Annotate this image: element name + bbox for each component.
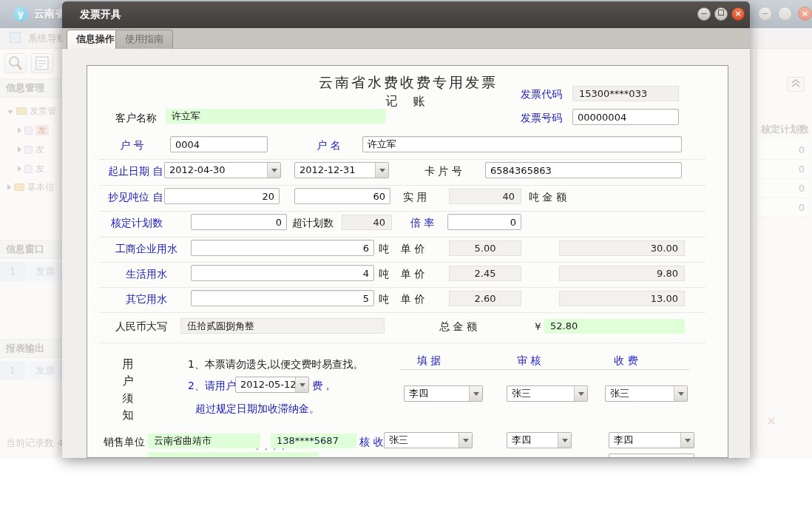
card-no-input[interactable] <box>485 162 682 178</box>
date-to-select[interactable]: 2012-12-31 <box>294 162 389 178</box>
card-no-label: 卡 片 号 <box>424 165 462 178</box>
expand-right-icon[interactable] <box>7 184 11 190</box>
bg-close-button[interactable]: × <box>798 7 812 21</box>
clipped-select <box>609 454 694 458</box>
tree-folder-label: 基本信 <box>27 182 54 192</box>
invoice-no-label: 发票号码 <box>521 112 562 125</box>
chevron-down-icon[interactable] <box>674 386 687 401</box>
water-qty-input[interactable] <box>191 290 374 306</box>
price-field: 2.60 <box>449 291 521 306</box>
tree-folder-invoice[interactable]: 发票管 <box>7 105 56 118</box>
clipped-dots: . . . . <box>256 442 286 452</box>
ton-amount-label: 吨 金 额 <box>529 191 566 204</box>
tree-folder-basic[interactable]: 基本信 <box>7 181 54 194</box>
account-name-input[interactable] <box>362 136 682 152</box>
bottom-select-3[interactable]: 李四 <box>609 432 694 448</box>
invoice-panel: 云南省水费收费专用发票 记 账 发票代码 15300****033 发票号码 客… <box>87 65 728 458</box>
chevron-down-icon[interactable] <box>558 433 571 448</box>
chevron-down-icon[interactable] <box>459 433 472 448</box>
account-name-label: 户 名 <box>317 139 340 152</box>
divider <box>99 211 706 212</box>
bottom-select-2[interactable]: 李四 <box>507 432 572 448</box>
amount-field: 9.80 <box>559 266 685 281</box>
chevron-down-icon[interactable] <box>680 433 694 448</box>
auditor-label: 审 核 <box>517 354 541 368</box>
date-to-value: 2012-12-31 <box>300 163 356 178</box>
water-qty-input[interactable] <box>191 265 374 281</box>
clipped-green-strip <box>148 452 318 458</box>
cashier-select[interactable]: 张三 <box>605 385 688 402</box>
minimize-button[interactable]: − <box>697 7 711 21</box>
deadline-date-select[interactable]: 2012-05-12 <box>235 377 309 393</box>
auditor-value: 张三 <box>512 386 531 401</box>
chevron-down-icon[interactable] <box>375 163 388 178</box>
info-window-row[interactable]: 1 发票 <box>0 262 70 281</box>
report-button[interactable] <box>31 53 53 73</box>
column-header-quota: 核定计划数 <box>760 123 809 136</box>
tonnage-to-input[interactable] <box>294 188 390 204</box>
expand-right-icon[interactable] <box>18 166 21 172</box>
row-text: 发票 <box>35 265 55 278</box>
tonnage-from-input[interactable] <box>164 188 280 204</box>
bg-minimize-button[interactable]: − <box>758 7 772 21</box>
invoice-code-label: 发票代码 <box>521 88 562 101</box>
tree-item-label: 发 <box>35 125 49 135</box>
clipped-labels-fragment: 核 收 <box>359 436 383 449</box>
bottom-value-3: 李四 <box>614 433 633 448</box>
chevron-down-icon[interactable] <box>295 377 308 392</box>
invoice-item-icon <box>24 127 33 135</box>
price-field: 2.45 <box>449 266 521 281</box>
search-button[interactable] <box>4 53 27 73</box>
dialog-titlebar[interactable]: 发票开具 − × <box>62 1 750 28</box>
tab-user-guide[interactable]: 使用指南 <box>115 30 173 49</box>
tree-item-invoice-3[interactable]: 发 <box>18 163 44 175</box>
unit-label: 吨 <box>379 293 389 306</box>
maximize-button[interactable] <box>714 7 728 21</box>
collapse-panel-button[interactable] <box>787 77 805 92</box>
total-field: 52.80 <box>544 319 685 334</box>
notice-line-1: 1、本票请勿遗失,以便交费时易查找。 <box>188 358 363 371</box>
tree-item-invoice-active[interactable]: 发 <box>18 124 49 137</box>
seller-field: 云南省曲靖市 <box>148 434 260 448</box>
panel-close-icon[interactable]: × <box>762 414 781 429</box>
amount-words-field: 伍拾贰圆捌角整 <box>180 318 385 334</box>
nav-checkbox-icon[interactable] <box>10 32 21 43</box>
chevron-down-icon[interactable] <box>267 163 280 178</box>
divider <box>99 312 706 313</box>
section-info-window: 信息窗口 <box>0 240 70 259</box>
dialog-body: 云南省水费收费专用发票 记 账 发票代码 15300****033 发票号码 客… <box>62 49 750 458</box>
price-field: 5.00 <box>449 240 521 256</box>
expand-right-icon[interactable] <box>18 146 21 152</box>
bottom-select-1[interactable]: 张三 <box>384 432 473 448</box>
filler-value: 李四 <box>409 386 428 401</box>
price-label: 单 价 <box>401 268 424 281</box>
divider <box>99 262 706 263</box>
bg-maximize-button[interactable] <box>778 7 792 21</box>
quota-input[interactable] <box>191 214 287 230</box>
invoice-no-input[interactable] <box>572 109 679 125</box>
currency-symbol: ￥ <box>532 320 543 334</box>
report-output-row[interactable]: 1 发票 <box>0 361 70 380</box>
divider <box>99 343 706 343</box>
cashier-value: 张三 <box>610 386 629 401</box>
tree-item-invoice-2[interactable]: 发 <box>18 144 44 156</box>
tree-item-label: 发 <box>35 164 44 174</box>
date-from-select[interactable]: 2012-04-30 <box>164 162 281 178</box>
quota-cell: 0 <box>757 179 809 198</box>
account-no-input[interactable] <box>170 136 268 152</box>
chevron-down-icon[interactable] <box>469 386 482 401</box>
date-from-value: 2012-04-30 <box>169 163 226 178</box>
section-info-manage: 信息管理 <box>0 78 70 98</box>
system-nav-label: 系统导航 <box>28 32 67 45</box>
filler-label: 填 据 <box>417 354 441 368</box>
chevron-down-icon[interactable] <box>574 386 587 401</box>
auditor-select[interactable]: 张三 <box>507 385 588 402</box>
notice-line-2-suffix: 费， <box>312 380 333 393</box>
expand-down-icon[interactable] <box>7 110 13 114</box>
filler-select[interactable]: 李四 <box>404 385 483 402</box>
amount-field: 13.00 <box>559 291 685 306</box>
expand-right-icon[interactable] <box>18 127 21 133</box>
rate-input[interactable] <box>447 214 521 230</box>
water-qty-input[interactable] <box>191 240 374 256</box>
close-button[interactable]: × <box>731 7 745 21</box>
